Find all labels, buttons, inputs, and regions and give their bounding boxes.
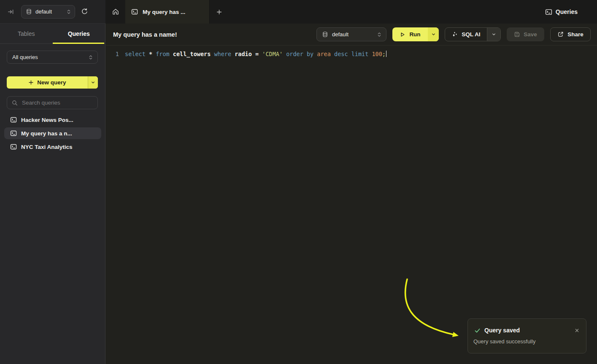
query-list-item[interactable]: Hacker News Pos...: [4, 114, 101, 126]
chevron-updown-icon: [377, 32, 382, 37]
share-button[interactable]: Share: [550, 27, 591, 41]
refresh-icon: [81, 8, 88, 15]
search-icon: [12, 100, 18, 106]
new-query-button[interactable]: New query: [7, 76, 98, 89]
check-icon: [474, 327, 481, 334]
close-icon: [575, 328, 579, 333]
tab-label: My query has ...: [143, 9, 185, 15]
plus-icon: [28, 80, 34, 85]
tab-my-query[interactable]: My query has ...: [125, 0, 210, 24]
refresh-button[interactable]: [79, 6, 90, 17]
sidebar-tabs: Tables Queries: [0, 24, 105, 44]
home-button[interactable]: [105, 0, 125, 24]
toast-close-button[interactable]: [574, 327, 580, 334]
database-selector-toolbar[interactable]: default: [316, 27, 386, 41]
query-filter-select[interactable]: All queries: [7, 51, 98, 64]
top-bar: default: [0, 0, 597, 24]
save-label: Save: [524, 31, 537, 38]
database-selector-top[interactable]: default: [21, 5, 75, 19]
sql-ai-main[interactable]: SQL AI: [445, 28, 487, 41]
search-queries-input[interactable]: [21, 99, 93, 106]
new-query-main[interactable]: New query: [7, 76, 88, 89]
share-label: Share: [567, 31, 583, 38]
query-list-item[interactable]: NYC Taxi Analytics: [4, 141, 101, 153]
new-query-dropdown-button[interactable]: [88, 76, 98, 89]
query-item-label: My query has a n...: [21, 130, 72, 137]
chevron-updown-icon: [66, 9, 71, 14]
line-number: 1: [113, 51, 119, 58]
sql-ai-button[interactable]: SQL AI: [445, 27, 501, 41]
collapse-sidebar-icon: [8, 8, 14, 15]
text-cursor: [386, 51, 387, 57]
sql-ai-label: SQL AI: [462, 31, 480, 38]
query-console-icon: [10, 143, 17, 150]
save-button[interactable]: Save: [507, 27, 544, 41]
database-icon: [322, 31, 328, 38]
database-selector-value: default: [332, 31, 377, 38]
play-icon: [400, 32, 405, 38]
collapse-sidebar-button[interactable]: [6, 7, 16, 17]
main-area: My query has a name! default: [106, 24, 597, 364]
run-button[interactable]: Run: [392, 27, 439, 41]
sidebar-tab-tables[interactable]: Tables: [0, 24, 53, 43]
toast-title: Query saved: [484, 327, 520, 334]
new-tab-button[interactable]: [210, 0, 228, 24]
query-list-item-selected[interactable]: My query has a n...: [4, 127, 101, 139]
run-button-main[interactable]: Run: [392, 27, 428, 41]
home-icon: [112, 8, 119, 16]
query-console-icon: [131, 8, 138, 15]
sql-ai-dropdown-button[interactable]: [487, 28, 500, 41]
sql-code: select * from cell_towers where radio = …: [125, 51, 386, 58]
run-label: Run: [409, 31, 420, 38]
save-icon: [514, 31, 520, 38]
database-icon: [26, 8, 32, 15]
query-item-label: Hacker News Pos...: [21, 117, 73, 123]
toast-message: Query saved successfully: [468, 334, 586, 345]
query-title: My query has a name!: [113, 31, 177, 38]
search-queries-box: [7, 96, 98, 109]
plus-icon: [216, 9, 222, 15]
new-query-label: New query: [37, 79, 66, 86]
queries-panel-label: Queries: [556, 8, 578, 15]
query-filter-value: All queries: [12, 54, 88, 60]
sidebar-tab-queries[interactable]: Queries: [53, 24, 105, 43]
query-console-icon: [10, 130, 17, 137]
query-toolbar: My query has a name! default: [106, 24, 597, 46]
query-console-icon: [10, 116, 17, 123]
sparkles-icon: [451, 31, 458, 38]
run-dropdown-button[interactable]: [428, 27, 439, 41]
share-icon: [557, 31, 564, 38]
query-list: Hacker News Pos... My query has a n... N…: [4, 114, 101, 154]
toast-query-saved: Query saved Query saved successfully: [467, 318, 586, 353]
top-bar-left: default: [0, 0, 105, 24]
database-selector-value: default: [35, 8, 66, 15]
query-item-label: NYC Taxi Analytics: [21, 144, 73, 150]
query-console-icon: [545, 8, 552, 16]
chevron-updown-icon: [88, 55, 93, 60]
sidebar: Tables Queries All queries New query: [0, 24, 105, 364]
queries-panel-button[interactable]: Queries: [543, 8, 580, 16]
tab-strip: My query has ... Queries: [105, 0, 597, 24]
sql-editor[interactable]: 1 select * from cell_towers where radio …: [106, 46, 597, 58]
